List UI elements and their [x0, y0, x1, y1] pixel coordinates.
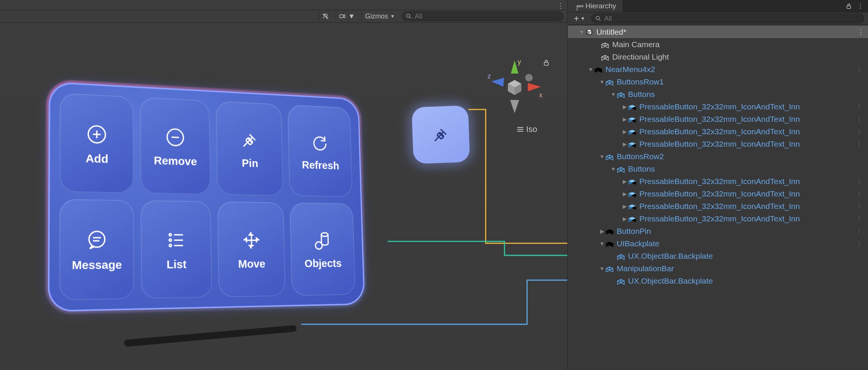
- chevron-right-icon[interactable]: 〉: [854, 177, 864, 186]
- prefab-variant-icon: [628, 177, 636, 186]
- hierarchy-search[interactable]: [591, 14, 864, 23]
- hierarchy-item-pressable[interactable]: ▶ PressableButton_32x32mm_IconAndText_In…: [568, 187, 868, 200]
- foldout-icon[interactable]: ▼: [599, 241, 605, 247]
- foldout-icon[interactable]: ▼: [610, 91, 617, 97]
- foldout-icon[interactable]: ▼: [587, 66, 594, 72]
- scene-search-input[interactable]: [415, 12, 559, 20]
- hierarchy-item-uibackplate[interactable]: ▼ UIBackplate 〉: [568, 237, 868, 250]
- hierarchy-tree[interactable]: ▼ Untitled* ⋮ Main Camera Directional Li…: [568, 25, 868, 370]
- hierarchy-item-nearmenu[interactable]: ▼ NearMenu4x2 〉: [568, 63, 868, 75]
- svg-marker-40: [528, 83, 541, 91]
- prefab-icon: [594, 65, 602, 74]
- orientation-gizmo[interactable]: y x z: [484, 57, 545, 117]
- menu-button-add[interactable]: Add: [60, 93, 133, 193]
- foldout-icon[interactable]: ▼: [578, 29, 585, 35]
- gizmos-label: Gizmos: [365, 12, 388, 20]
- hierarchy-item-pressable[interactable]: ▶ PressableButton_32x32mm_IconAndText_In…: [568, 175, 868, 187]
- axis-z-label: z: [487, 72, 491, 80]
- hierarchy-item-ux-backplate[interactable]: UX.ObjectBar.Backplate: [568, 250, 868, 262]
- prefab-icon: [617, 165, 625, 173]
- chevron-right-icon[interactable]: 〉: [854, 140, 864, 149]
- hierarchy-item-pressable[interactable]: ▶ PressableButton_32x32mm_IconAndText_In…: [568, 212, 868, 225]
- hierarchy-item-buttonsrow1[interactable]: ▼ ButtonsRow1: [568, 75, 868, 88]
- menu-button-label: Objects: [304, 257, 342, 270]
- axis-y-label: y: [518, 58, 521, 66]
- foldout-icon[interactable]: ▶: [621, 203, 628, 209]
- menu-button-objects[interactable]: Objects: [290, 203, 356, 296]
- scene-view-panel: ⋮ ▼ Gizmos ▼: [0, 0, 568, 370]
- chevron-right-icon[interactable]: 〉: [854, 115, 864, 124]
- menu-button-refresh[interactable]: Refresh: [287, 104, 353, 197]
- hierarchy-item-pressable[interactable]: ▶ PressableButton_32x32mm_IconAndText_In…: [568, 125, 868, 138]
- menu-button-pin[interactable]: Pin: [215, 101, 283, 196]
- scene-search[interactable]: [402, 11, 564, 21]
- foldout-icon[interactable]: ▼: [599, 154, 605, 160]
- prefab-variant-icon: [628, 127, 636, 136]
- hierarchy-item-pressable[interactable]: ▶ PressableButton_32x32mm_IconAndText_In…: [568, 113, 868, 125]
- hierarchy-item-main-camera[interactable]: Main Camera: [568, 38, 868, 51]
- near-menu-object[interactable]: Add Remove Pin Refresh: [51, 89, 392, 338]
- chevron-right-icon[interactable]: 〉: [854, 202, 864, 211]
- hierarchy-search-input[interactable]: [604, 15, 860, 23]
- hierarchy-item-manipulationbar[interactable]: ▼ ManipulationBar: [568, 262, 868, 275]
- chevron-right-icon[interactable]: 〉: [854, 239, 864, 248]
- prefab-icon: [617, 90, 625, 98]
- manipulation-bar-object[interactable]: [124, 325, 297, 347]
- foldout-icon[interactable]: ▶: [599, 228, 605, 234]
- chevron-right-icon[interactable]: 〉: [854, 227, 864, 236]
- hierarchy-item-directional-light[interactable]: Directional Light: [568, 51, 868, 63]
- hierarchy-tab[interactable]: ╒═ Hierarchy: [568, 0, 623, 12]
- move-icon: [240, 228, 263, 252]
- foldout-icon[interactable]: ▶: [621, 141, 628, 147]
- hierarchy-icon: ╒═: [575, 2, 582, 10]
- hierarchy-item-buttonpin[interactable]: ▶ ButtonPin 〉: [568, 225, 868, 237]
- hierarchy-item-pressable[interactable]: ▶ PressableButton_32x32mm_IconAndText_In…: [568, 100, 868, 113]
- chevron-down-icon: ▼: [348, 12, 355, 20]
- search-icon: [406, 13, 412, 19]
- tools-icon: [322, 13, 329, 20]
- chevron-right-icon[interactable]: 〉: [854, 127, 864, 136]
- chevron-right-icon[interactable]: 〉: [854, 214, 864, 223]
- hierarchy-tabbar: ╒═ Hierarchy ⋮: [568, 0, 868, 12]
- foldout-icon[interactable]: ▶: [621, 129, 628, 135]
- chevron-right-icon[interactable]: 〉: [854, 65, 864, 74]
- panel-menu-icon[interactable]: ⋮: [857, 3, 863, 10]
- svg-marker-39: [511, 60, 518, 74]
- menu-button-label: Remove: [154, 154, 197, 168]
- prefab-variant-icon: [628, 202, 636, 210]
- scene-menu-icon[interactable]: ⋮: [854, 28, 864, 36]
- foldout-icon[interactable]: ▼: [599, 79, 605, 85]
- create-dropdown[interactable]: + ▼: [572, 13, 587, 24]
- foldout-icon[interactable]: ▶: [621, 116, 628, 122]
- foldout-icon[interactable]: ▼: [599, 266, 605, 272]
- projection-toggle[interactable]: Iso: [517, 124, 537, 134]
- hierarchy-item-pressable[interactable]: ▶ PressableButton_32x32mm_IconAndText_In…: [568, 138, 868, 150]
- foldout-icon[interactable]: ▶: [621, 216, 628, 222]
- foldout-icon[interactable]: ▶: [621, 178, 628, 184]
- foldout-icon[interactable]: ▶: [621, 191, 628, 197]
- chevron-right-icon[interactable]: 〉: [854, 189, 864, 198]
- foldout-icon[interactable]: ▶: [621, 104, 628, 110]
- scene-row[interactable]: ▼ Untitled* ⋮: [568, 26, 868, 38]
- camera-dropdown[interactable]: ▼: [336, 11, 358, 21]
- camera-icon: [339, 13, 346, 20]
- hierarchy-item-buttonsrow2[interactable]: ▼ ButtonsRow2: [568, 150, 868, 163]
- gizmos-dropdown[interactable]: Gizmos ▼: [362, 11, 398, 21]
- scene-panel-menu-icon[interactable]: ⋮: [557, 2, 564, 10]
- axis-x-label: x: [539, 91, 542, 99]
- foldout-icon[interactable]: ▼: [610, 166, 617, 172]
- hierarchy-item-pressable[interactable]: ▶ PressableButton_32x32mm_IconAndText_In…: [568, 200, 868, 212]
- pin-icon: [238, 128, 261, 152]
- menu-button-label: Refresh: [302, 158, 339, 172]
- hierarchy-item-buttons[interactable]: ▼ Buttons: [568, 163, 868, 175]
- scene-viewport[interactable]: y x z Iso: [0, 23, 567, 370]
- prefab-variant-icon: [628, 190, 636, 198]
- scene-toolbar: ▼ Gizmos ▼: [0, 10, 567, 23]
- hierarchy-item-buttons[interactable]: ▼ Buttons: [568, 88, 868, 100]
- menu-button-message[interactable]: Message: [59, 199, 134, 301]
- unlock-icon[interactable]: [845, 3, 852, 9]
- tools-button[interactable]: [319, 11, 332, 21]
- hierarchy-item-ux-backplate[interactable]: UX.ObjectBar.Backplate: [568, 275, 868, 287]
- chevron-right-icon[interactable]: 〉: [854, 102, 864, 111]
- button-pin-object[interactable]: [411, 105, 470, 164]
